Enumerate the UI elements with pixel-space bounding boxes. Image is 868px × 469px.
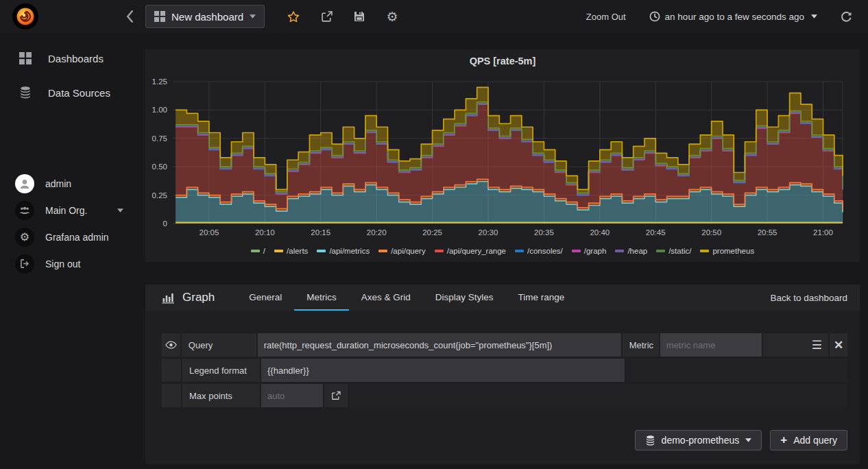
remove-query-cell: ✕ [830, 333, 847, 357]
editor-header: Graph General Metrics Axes & Grid Displa… [145, 285, 860, 311]
svg-text:0.25: 0.25 [152, 191, 167, 200]
panel-editor: Graph General Metrics Axes & Grid Displa… [145, 285, 860, 464]
query-menu-cell: ☰ [763, 333, 828, 357]
legend-color-dash [572, 250, 581, 252]
query-row: Query Metric ☰ ✕ [162, 333, 847, 357]
time-range-label: an hour ago to a few seconds ago [665, 12, 804, 22]
sidebar-item-sign-out[interactable]: Sign out [0, 250, 145, 277]
grafana-admin-label: Grafana admin [45, 232, 109, 243]
legend-item[interactable]: /api/metrics [317, 247, 370, 255]
legend-label: /api/query_range [447, 247, 506, 255]
org-label: Main Org. [45, 205, 87, 216]
sidebar-item-profile[interactable]: admin [0, 170, 145, 197]
metric-input-cell [660, 333, 762, 357]
zoom-out-button[interactable]: Zoom Out [586, 12, 626, 22]
legend-item[interactable]: /api/query_range [435, 247, 506, 255]
svg-text:20:55: 20:55 [758, 228, 777, 237]
legend-label: /api/query [391, 247, 426, 255]
share-icon[interactable] [320, 10, 333, 23]
grafana-logo[interactable] [12, 3, 38, 29]
max-points-input[interactable] [261, 384, 323, 407]
metric-name-input[interactable] [660, 333, 762, 357]
legend-color-dash [656, 250, 665, 252]
gear-icon[interactable]: ⚙ [385, 10, 399, 23]
add-query-button[interactable]: + Add query [770, 430, 847, 450]
sign-out-label: Sign out [45, 258, 80, 269]
sidebar: Dashboards Data Sources admin [0, 33, 145, 469]
svg-text:21:00: 21:00 [813, 228, 833, 237]
avatar-icon [15, 174, 34, 193]
legend-item[interactable]: / [251, 247, 265, 255]
legend-item[interactable]: /api/query [378, 247, 426, 255]
sign-out-icon [15, 254, 34, 274]
legend-color-dash [615, 250, 624, 252]
query-menu-icon[interactable]: ☰ [812, 339, 822, 351]
sidebar-item-datasources[interactable]: Data Sources [0, 75, 145, 110]
query-input[interactable] [258, 333, 621, 357]
shift-to-panel-width-button[interactable] [324, 384, 348, 407]
legend-label: /consoles/ [527, 247, 563, 255]
tab-metrics[interactable]: Metrics [294, 285, 349, 311]
panel-title[interactable]: QPS [rate-5m] [145, 49, 860, 73]
tab-time-range[interactable]: Time range [506, 285, 577, 311]
legend-item[interactable]: /consoles/ [515, 247, 563, 255]
legend-format-label: Legend format [182, 359, 260, 382]
grafana-flame-icon [15, 6, 36, 27]
close-icon[interactable]: ✕ [834, 339, 843, 351]
datasource-selector-button[interactable]: demo-prometheus [635, 430, 762, 450]
legend-item[interactable]: /alerts [274, 247, 308, 255]
legend-color-dash [378, 250, 387, 252]
caret-down-icon [811, 14, 817, 19]
dashboard-title: New dashboard [171, 11, 243, 23]
legend-color-dash [274, 250, 283, 252]
time-range-picker[interactable]: an hour ago to a few seconds ago [649, 11, 817, 22]
dashboard-title-button[interactable]: New dashboard [145, 5, 265, 28]
panel-type-label: Graph [182, 291, 215, 304]
legend-format-row: Legend format [162, 359, 847, 382]
sidebar-item-grafana-admin[interactable]: ⚙ Grafana admin [0, 224, 145, 250]
legend-label: /api/metrics [329, 247, 370, 255]
legend-color-dash [515, 250, 524, 252]
time-series-chart[interactable]: 00.250.500.751.001.2520:0520:1020:1520:2… [145, 73, 860, 243]
tab-axes-grid[interactable]: Axes & Grid [349, 285, 423, 311]
bar-chart-icon [162, 292, 175, 304]
sidebar-item-org-switcher[interactable]: Main Org. [0, 197, 145, 224]
legend-color-dash [317, 250, 326, 252]
legend-format-input[interactable] [261, 359, 625, 382]
tab-general[interactable]: General [237, 285, 294, 311]
query-label: Query [182, 333, 256, 357]
legend-item[interactable]: prometheus [700, 247, 754, 255]
chart-legend: / /alerts /api/metrics /api/query /api/q… [145, 247, 860, 255]
legend-item[interactable]: /heap [615, 247, 647, 255]
save-icon[interactable] [352, 10, 366, 23]
legend-label: /graph [584, 247, 607, 255]
legend-label: /alerts [287, 247, 308, 255]
legend-label: /static/ [668, 247, 691, 255]
svg-text:1.00: 1.00 [152, 106, 167, 114]
metric-label: Metric [623, 333, 659, 357]
legend-color-dash [700, 250, 709, 252]
database-icon [19, 86, 32, 99]
max-points-input-cell [261, 384, 323, 407]
external-link-icon [331, 391, 341, 400]
svg-text:1.25: 1.25 [152, 77, 167, 86]
svg-text:20:25: 20:25 [422, 228, 442, 237]
legend-item[interactable]: /static/ [656, 247, 691, 255]
refresh-icon[interactable] [839, 10, 853, 23]
legend-item[interactable]: /graph [572, 247, 607, 255]
tab-display-styles[interactable]: Display Styles [423, 285, 506, 311]
back-chevron-icon[interactable] [122, 9, 137, 24]
query-input-cell [258, 333, 621, 357]
dashboards-grid-icon [19, 52, 32, 64]
legend-label: prometheus [712, 247, 754, 255]
spacer-cell [162, 384, 181, 407]
star-icon[interactable] [287, 10, 300, 23]
sidebar-item-dashboards[interactable]: Dashboards [0, 41, 145, 75]
toggle-query-visibility-button[interactable] [162, 333, 180, 357]
back-to-dashboard-link[interactable]: Back to dashboard [770, 293, 847, 303]
legend-label: /heap [627, 247, 647, 255]
legend-label: / [263, 247, 265, 255]
dashboard-grid-icon [154, 11, 165, 22]
gear-icon: ⚙ [15, 228, 34, 247]
panel-type: Graph [162, 291, 215, 304]
